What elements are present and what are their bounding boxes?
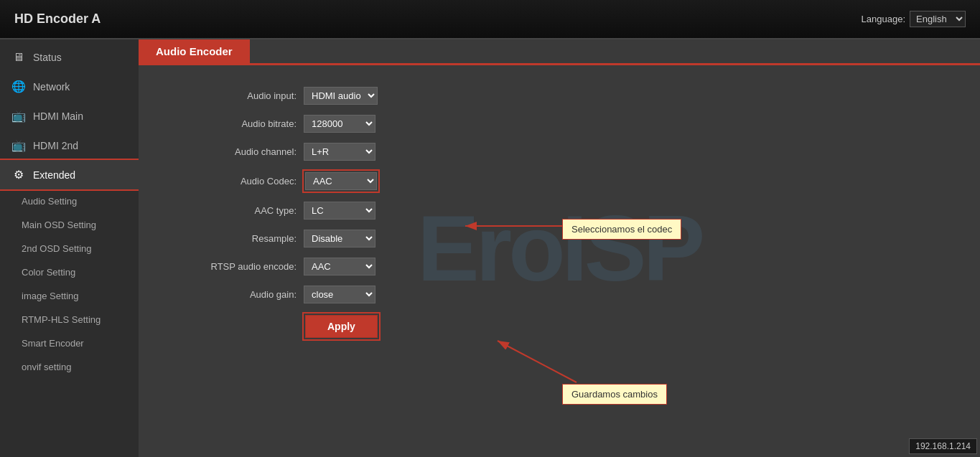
monitor-icon: 🖥 (11, 51, 26, 64)
resample-select[interactable]: Disable Enable (304, 230, 375, 248)
sidebar-sub-smart-encoder[interactable]: Smart Encoder (0, 331, 139, 355)
main-content: EroISP Audio Encoder Audio input: HDMI a… (139, 39, 980, 457)
language-section: Language: English Chinese (862, 11, 966, 27)
sidebar-sub-onvif[interactable]: onvif setting (0, 355, 139, 379)
sidebar-sub-audio-setting-label: Audio Setting (22, 196, 77, 207)
sidebar-item-hdmi-main-label: HDMI Main (33, 110, 83, 122)
network-icon: 🌐 (11, 80, 26, 93)
apply-row: Apply (182, 314, 937, 339)
audio-gain-label: Audio gain: (182, 289, 297, 300)
form-area: Audio input: HDMI audio Line in None Aud… (139, 65, 980, 371)
audio-bitrate-row: Audio bitrate: 128000 64000 32000 (182, 115, 937, 133)
audio-gain-row: Audio gain: close low medium high (182, 286, 937, 303)
language-select[interactable]: English Chinese (910, 11, 966, 27)
sidebar-sub-image-setting[interactable]: image Setting (0, 284, 139, 308)
sidebar-sub-main-osd-label: Main OSD Setting (22, 220, 96, 230)
audio-channel-row: Audio channel: L+R Left Right Mono (182, 143, 937, 161)
sidebar-sub-2nd-osd-label: 2nd OSD Setting (22, 243, 92, 254)
sidebar-item-network[interactable]: 🌐 Network (0, 72, 139, 101)
sidebar-sub-smart-encoder-label: Smart Encoder (22, 338, 84, 349)
sidebar-sub-onvif-label: onvif setting (22, 362, 71, 372)
sidebar-item-extended-label: Extended (33, 169, 75, 181)
main-layout: 🖥 Status 🌐 Network 📺 HDMI Main 📺 HDMI 2n… (0, 39, 980, 457)
page-tab-label: Audio Encoder (156, 45, 233, 57)
audio-gain-select[interactable]: close low medium high (304, 286, 375, 303)
codec-annotation-text: Seleccionamos el codec (571, 224, 672, 235)
rtsp-audio-select[interactable]: AAC MP3 (304, 258, 375, 275)
aac-type-row: AAC type: LC HE HEv2 (182, 202, 937, 220)
resample-row: Resample: Disable Enable (182, 230, 937, 248)
audio-channel-select[interactable]: L+R Left Right Mono (304, 143, 375, 161)
resample-label: Resample: (182, 233, 297, 244)
rtsp-audio-label: RTSP audio encode: (182, 261, 297, 272)
audio-input-select[interactable]: HDMI audio Line in None (304, 87, 378, 105)
audio-bitrate-select[interactable]: 128000 64000 32000 (304, 115, 375, 133)
audio-channel-label: Audio channel: (182, 146, 297, 157)
sidebar-sub-2nd-osd[interactable]: 2nd OSD Setting (0, 237, 139, 260)
sidebar-item-hdmi-2nd-label: HDMI 2nd (33, 140, 78, 151)
sidebar-sub-rtmp-label: RTMP-HLS Setting (22, 314, 101, 325)
apply-annotation-text: Guardamos cambios (571, 389, 658, 400)
sidebar-item-hdmi-2nd[interactable]: 📺 HDMI 2nd (0, 131, 139, 160)
hdmi-main-icon: 📺 (11, 109, 26, 123)
sidebar-item-extended[interactable]: ⚙ Extended (0, 160, 139, 189)
apply-button[interactable]: Apply (305, 315, 378, 338)
sidebar: 🖥 Status 🌐 Network 📺 HDMI Main 📺 HDMI 2n… (0, 39, 139, 457)
header: HD Encoder A Language: English Chinese (0, 0, 980, 39)
audio-input-row: Audio input: HDMI audio Line in None (182, 87, 937, 105)
audio-input-label: Audio input: (182, 90, 297, 101)
sidebar-sub-color-setting-label: Color Setting (22, 267, 75, 278)
sidebar-item-status[interactable]: 🖥 Status (0, 43, 139, 72)
hdmi-2nd-icon: 📺 (11, 138, 26, 152)
language-label: Language: (862, 14, 905, 24)
apply-annotation: Guardamos cambios (562, 384, 667, 405)
sidebar-sub-rtmp[interactable]: RTMP-HLS Setting (0, 308, 139, 331)
ip-badge: 192.168.1.214 (909, 438, 977, 454)
apply-highlight: Apply (304, 314, 379, 339)
sidebar-sub-main-osd[interactable]: Main OSD Setting (0, 213, 139, 237)
audio-codec-label: Audio Codec: (182, 176, 297, 187)
audio-codec-select[interactable]: AAC MP3 G711 (305, 172, 377, 190)
aac-type-select[interactable]: LC HE HEv2 (304, 202, 375, 220)
page-tab: Audio Encoder (139, 39, 250, 63)
audio-bitrate-label: Audio bitrate: (182, 118, 297, 129)
ip-address: 192.168.1.214 (915, 441, 971, 451)
aac-type-label: AAC type: (182, 205, 297, 216)
sidebar-sub-color-setting[interactable]: Color Setting (0, 260, 139, 284)
extended-icon: ⚙ (11, 168, 26, 182)
sidebar-sub-image-setting-label: image Setting (22, 291, 79, 301)
sidebar-item-status-label: Status (33, 52, 62, 63)
sidebar-sub-audio-setting[interactable]: Audio Setting (0, 189, 139, 213)
app-title: HD Encoder A (14, 11, 101, 27)
audio-codec-highlight: AAC MP3 G711 (304, 171, 378, 192)
rtsp-audio-row: RTSP audio encode: AAC MP3 (182, 258, 937, 275)
codec-annotation: Seleccionamos el codec (562, 219, 681, 240)
sidebar-item-network-label: Network (33, 81, 70, 93)
sidebar-item-hdmi-main[interactable]: 📺 HDMI Main (0, 101, 139, 131)
audio-codec-row: Audio Codec: AAC MP3 G711 (182, 171, 937, 192)
